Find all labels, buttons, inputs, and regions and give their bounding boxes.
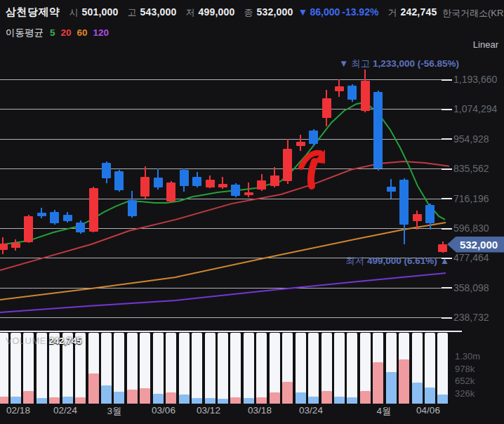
volume-overlay-value: 242,745 xyxy=(49,336,82,346)
x-axis-label: 03/06 xyxy=(152,405,175,416)
x-axis-label: 02/18 xyxy=(6,405,30,416)
x-axis-label: 03/12 xyxy=(197,405,220,416)
x-axis-label: 4월 xyxy=(376,405,391,418)
current-price-value: 532,000 xyxy=(460,239,498,251)
low-price-annotation: 최저 499,000 (6.61%) ▲ xyxy=(345,255,449,267)
high-annotation-value: 1,233,000 (-56.85%) xyxy=(373,58,459,69)
x-axis-label: 03/24 xyxy=(299,405,323,416)
stock-chart-app: 삼천당제약 시501,000 고543,000 저499,000 종532,00… xyxy=(0,0,504,424)
low-annotation-value: 499,000 (6.61%) xyxy=(367,256,437,266)
x-axis-label: 02/24 xyxy=(53,405,77,416)
x-axis-label: 04/06 xyxy=(416,405,440,416)
volume-overlay-text: VOLUME 242,745 xyxy=(6,336,82,346)
high-annotation-prefix: ▼ 최고 xyxy=(339,58,373,69)
current-price-tag: 532,000 xyxy=(447,237,504,253)
x-axis-label: 3월 xyxy=(107,405,121,418)
x-axis-label: 03/18 xyxy=(248,405,272,416)
volume-overlay-label: VOLUME xyxy=(6,336,46,346)
high-price-annotation: ▼ 최고 1,233,000 (-56.85%) xyxy=(339,58,459,70)
low-annotation-arrow-icon: ▲ xyxy=(437,256,449,266)
low-annotation-prefix: 최저 xyxy=(345,256,367,266)
